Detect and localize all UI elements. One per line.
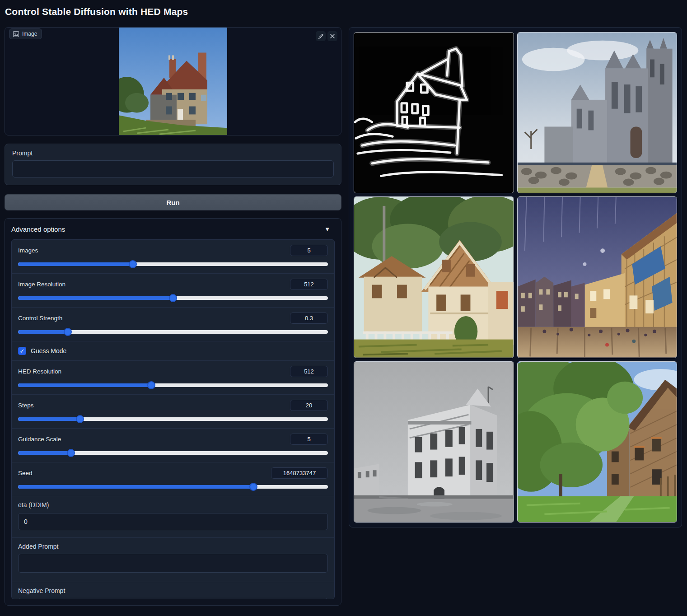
gallery-image-impressionist-town xyxy=(518,197,677,357)
slider-row-hed-resolution: HED Resolution 512 xyxy=(12,361,334,395)
steps-slider[interactable] xyxy=(18,417,328,421)
advanced-options-header[interactable]: Advanced options ▼ xyxy=(5,219,341,239)
control-strength-slider[interactable] xyxy=(18,330,328,334)
slider-label: Steps xyxy=(18,402,34,409)
guess-mode-checkbox[interactable]: ✓ xyxy=(18,347,26,355)
gallery-image-hed-map xyxy=(354,33,514,193)
advanced-options-title: Advanced options xyxy=(11,225,65,233)
image-label: Image xyxy=(22,31,37,37)
negative-prompt-input[interactable] xyxy=(18,598,328,599)
slider-row-steps: Steps 20 xyxy=(12,395,334,429)
images-slider[interactable] xyxy=(18,262,328,266)
gallery-item-grayscale-building[interactable] xyxy=(354,361,514,523)
slider-label: Images xyxy=(18,247,38,254)
input-image-preview xyxy=(119,28,227,135)
steps-value-input[interactable]: 20 xyxy=(290,400,328,411)
input-image-photo xyxy=(119,28,227,135)
hed-resolution-value-input[interactable]: 512 xyxy=(290,366,328,377)
slider-label: Control Strength xyxy=(18,315,62,322)
images-value-input[interactable]: 5 xyxy=(290,245,328,256)
gallery-item-cathedral[interactable] xyxy=(517,32,678,193)
prompt-block: Prompt xyxy=(5,144,341,185)
run-button[interactable]: Run xyxy=(5,194,341,210)
check-icon: ✓ xyxy=(20,348,25,355)
gallery-image-cathedral xyxy=(518,33,677,193)
chevron-down-icon: ▼ xyxy=(324,226,330,233)
advanced-options-form: Images 5 Image Resolution 512 xyxy=(11,239,335,599)
gallery-image-house-lawn xyxy=(518,362,677,522)
slider-handle[interactable] xyxy=(249,483,257,491)
slider-label: Guidance Scale xyxy=(18,436,61,443)
eta-row: eta (DDIM) 0 xyxy=(12,496,334,538)
result-gallery xyxy=(349,27,682,527)
eta-input[interactable]: 0 xyxy=(18,513,328,530)
close-icon xyxy=(330,33,335,39)
image-upload-component[interactable]: Image xyxy=(5,27,341,135)
image-label-badge: Image xyxy=(9,28,42,39)
control-strength-value-input[interactable]: 0.3 xyxy=(290,313,328,324)
slider-row-images: Images 5 xyxy=(12,240,334,274)
gallery-image-grayscale-building xyxy=(354,362,514,522)
gallery-image-painted-cottage xyxy=(354,197,514,357)
app-root: Control Stable Diffusion with HED Maps I… xyxy=(0,0,687,616)
slider-row-seed: Seed 1648733747 xyxy=(12,462,334,496)
negative-prompt-label: Negative Prompt xyxy=(18,587,328,594)
eta-label: eta (DDIM) xyxy=(18,501,328,509)
guidance-scale-value-input[interactable]: 5 xyxy=(290,434,328,445)
negative-prompt-row: Negative Prompt xyxy=(12,582,334,599)
guidance-scale-slider[interactable] xyxy=(18,451,328,455)
gallery-item-painted-cottage[interactable] xyxy=(354,196,514,358)
slider-handle[interactable] xyxy=(169,294,177,302)
page-title: Control Stable Diffusion with HED Maps xyxy=(5,6,188,17)
slider-label: Seed xyxy=(18,470,33,476)
slider-row-image-resolution: Image Resolution 512 xyxy=(12,274,334,308)
gallery-item-impressionist-town[interactable] xyxy=(517,196,678,358)
seed-slider[interactable] xyxy=(18,485,328,489)
edit-image-button[interactable] xyxy=(316,31,326,41)
gallery-item-hed-map[interactable] xyxy=(354,32,514,193)
added-prompt-input[interactable] xyxy=(18,554,328,573)
slider-row-guidance-scale: Guidance Scale 5 xyxy=(12,429,334,462)
slider-handle[interactable] xyxy=(67,449,75,457)
advanced-options-accordion: Advanced options ▼ Images 5 Image Resolu… xyxy=(5,218,341,606)
slider-handle[interactable] xyxy=(147,381,155,389)
slider-label: HED Resolution xyxy=(18,368,61,375)
slider-label: Image Resolution xyxy=(18,281,65,288)
guess-mode-checkbox-row[interactable]: ✓ Guess Mode xyxy=(12,341,334,361)
slider-handle[interactable] xyxy=(129,260,137,268)
guess-mode-label: Guess Mode xyxy=(31,347,66,355)
image-resolution-value-input[interactable]: 512 xyxy=(290,279,328,290)
seed-value-input[interactable]: 1648733747 xyxy=(271,467,328,479)
hed-resolution-slider[interactable] xyxy=(18,383,328,387)
clear-image-button[interactable] xyxy=(327,31,337,41)
pencil-icon xyxy=(318,33,324,39)
added-prompt-label: Added Prompt xyxy=(18,543,328,550)
gallery-item-house-lawn[interactable] xyxy=(517,361,678,523)
slider-row-control-strength: Control Strength 0.3 xyxy=(12,308,334,341)
prompt-input[interactable] xyxy=(12,160,334,177)
image-icon xyxy=(13,31,19,37)
slider-handle[interactable] xyxy=(64,328,72,336)
slider-handle[interactable] xyxy=(76,415,84,423)
added-prompt-row: Added Prompt xyxy=(12,538,334,582)
image-resolution-slider[interactable] xyxy=(18,296,328,300)
prompt-label: Prompt xyxy=(12,149,334,157)
